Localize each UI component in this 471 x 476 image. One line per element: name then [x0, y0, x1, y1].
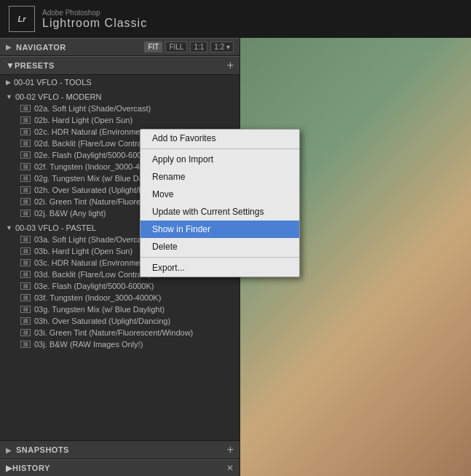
preset-icon: ▤: [20, 128, 31, 135]
context-menu-move-label: Move: [152, 189, 173, 199]
context-menu-apply-on-import[interactable]: Apply on Import: [140, 151, 299, 168]
context-menu-add-favorites[interactable]: Add to Favorites: [140, 130, 299, 147]
app-title: Lightroom Classic: [42, 17, 147, 30]
fit-button[interactable]: FIT: [144, 41, 162, 52]
history-title: History: [12, 464, 226, 472]
1-2-button[interactable]: 1:2 ▾: [210, 41, 234, 52]
preset-item-label: 02j. B&W (Any light): [34, 209, 106, 218]
preset-icon: ▤: [20, 105, 31, 112]
preset-icon: ▤: [20, 271, 31, 278]
preset-icon: ▤: [20, 151, 31, 159]
group-tools-label: 00-01 VFLO - TOOLS: [14, 78, 92, 87]
company-name: Adobe Photoshop: [42, 9, 147, 17]
preset-item-label: 03f. Tungsten (Indoor_3000-4000K): [34, 293, 161, 302]
group-modern-label: 00-02 VFLO - MODERN: [15, 92, 102, 101]
preset-icon: ▤: [20, 317, 31, 325]
list-item[interactable]: ▤ 02b. Hard Light (Open Sun): [0, 114, 240, 126]
history-close-button[interactable]: ✕: [226, 463, 234, 473]
preset-item-label: 03e. Flash (Daylight/5000-6000K): [34, 282, 154, 290]
context-menu-apply-on-import-label: Apply on Import: [152, 154, 213, 164]
list-item[interactable]: ▤ 03f. Tungsten (Indoor_3000-4000K): [0, 292, 240, 304]
preset-icon: ▤: [20, 247, 31, 255]
top-bar: Lr Adobe Photoshop Lightroom Classic: [0, 0, 471, 38]
context-menu-separator-2: [140, 257, 299, 258]
list-item[interactable]: ▤ 03i. Green Tint (Nature/Fluorescent/Wi…: [0, 327, 240, 338]
context-menu-update-current-settings[interactable]: Update with Current Settings: [140, 203, 299, 221]
presets-title: Presets: [15, 61, 227, 70]
preset-item-label: 02a. Soft Light (Shade/Overcast): [34, 104, 151, 113]
navigator-controls: FIT FILL 1:1 1:2 ▾: [144, 41, 234, 52]
preset-icon: ▤: [20, 163, 31, 170]
app-name-block: Adobe Photoshop Lightroom Classic: [42, 9, 147, 30]
preset-group-header-tools[interactable]: ▶ 00-01 VFLO - TOOLS: [0, 76, 240, 88]
group-tools-triangle-icon: ▶: [6, 79, 11, 86]
list-item[interactable]: ▤ 03h. Over Saturated (Uplight/Dancing): [0, 315, 240, 327]
add-snapshot-button[interactable]: +: [227, 444, 234, 456]
preset-icon: ▤: [20, 282, 31, 290]
presets-triangle-icon: ▼: [6, 60, 15, 71]
preset-item-label: 03d. Backlit (Flare/Low Contrast): [34, 270, 151, 279]
preset-icon: ▤: [20, 236, 31, 243]
presets-header: ▼ Presets +: [0, 56, 240, 75]
preset-group-header-modern[interactable]: ▼ 00-02 VFLO - MODERN: [0, 91, 240, 103]
context-menu-show-in-finder-label: Show in Finder: [152, 224, 210, 234]
navigator-section-header[interactable]: ▶ Navigator FIT FILL 1:1 1:2 ▾: [0, 38, 240, 56]
list-item[interactable]: ▤ 02a. Soft Light (Shade/Overcast): [0, 103, 240, 114]
snapshots-section-header[interactable]: ▶ Snapshots +: [0, 440, 240, 459]
preset-item-label: 02b. Hard Light (Open Sun): [34, 116, 132, 124]
list-item[interactable]: ▤ 03j. B&W (RAW Images Only!): [0, 338, 240, 350]
preset-icon: ▤: [20, 198, 31, 205]
preset-group-tools: ▶ 00-01 VFLO - TOOLS: [0, 75, 240, 90]
navigator-title: Navigator: [16, 43, 144, 52]
preset-item-label: 03a. Soft Light (Shade/Overcast): [34, 235, 151, 244]
context-menu-export-label: Export...: [152, 263, 185, 273]
context-menu-export[interactable]: Export...: [140, 259, 299, 277]
context-menu-separator-1: [140, 148, 299, 149]
preset-icon: ▤: [20, 329, 31, 336]
fill-button[interactable]: FILL: [165, 41, 187, 52]
group-modern-triangle-icon: ▼: [6, 93, 12, 100]
1-1-button[interactable]: 1:1: [190, 41, 207, 52]
context-menu-rename-label: Rename: [152, 172, 185, 182]
preset-icon: ▤: [20, 140, 31, 147]
list-item[interactable]: ▤ 03e. Flash (Daylight/5000-6000K): [0, 280, 240, 292]
context-menu-rename[interactable]: Rename: [140, 168, 299, 186]
context-menu-update-current-settings-label: Update with Current Settings: [152, 207, 264, 217]
context-menu-show-in-finder[interactable]: Show in Finder: [140, 221, 299, 238]
preset-icon: ▤: [20, 116, 31, 124]
preset-icon: ▤: [20, 306, 31, 313]
preset-icon: ▤: [20, 294, 31, 301]
preset-item-label: 03g. Tungsten Mix (w/ Blue Daylight): [34, 305, 165, 314]
preset-item-label: 02d. Backlit (Flare/Low Contrast): [34, 139, 151, 148]
context-menu-delete-label: Delete: [152, 242, 178, 252]
preset-item-label: 02c. HDR Natural (Environmental): [34, 127, 156, 136]
preset-item-label: 03b. Hard Light (Open Sun): [34, 247, 132, 255]
preset-icon: ▤: [20, 341, 31, 348]
preset-item-label: 03j. B&W (RAW Images Only!): [34, 340, 143, 349]
preset-item-label: 02e. Flash (Daylight/5000-6000K): [34, 151, 154, 159]
app-logo: Lr: [9, 6, 35, 32]
history-triangle-icon: ▶: [6, 463, 12, 473]
preset-icon: ▤: [20, 210, 31, 217]
snapshots-triangle-icon: ▶: [6, 446, 12, 454]
preset-icon: ▤: [20, 175, 31, 182]
group-pastel-label: 00-03 VFLO - PASTEL: [15, 223, 96, 232]
context-menu-add-favorites-label: Add to Favorites: [152, 133, 215, 143]
navigator-triangle-icon: ▶: [6, 43, 12, 51]
add-preset-button[interactable]: +: [227, 60, 234, 71]
context-menu-delete[interactable]: Delete: [140, 238, 299, 255]
preset-icon: ▤: [20, 259, 31, 266]
preset-item-label: 03i. Green Tint (Nature/Fluorescent/Wind…: [34, 328, 193, 337]
context-menu: Add to Favorites Apply on Import Rename …: [140, 129, 300, 277]
group-pastel-triangle-icon: ▼: [6, 224, 12, 231]
snapshots-title: Snapshots: [16, 445, 227, 454]
list-item[interactable]: ▤ 03g. Tungsten Mix (w/ Blue Daylight): [0, 304, 240, 315]
preset-item-label: 03c. HDR Natural (Environmental): [34, 258, 156, 267]
preset-icon: ▤: [20, 186, 31, 194]
context-menu-move[interactable]: Move: [140, 186, 299, 203]
history-section-header[interactable]: ▶ History ✕: [0, 459, 240, 476]
preset-item-label: 03h. Over Saturated (Uplight/Dancing): [34, 317, 170, 325]
